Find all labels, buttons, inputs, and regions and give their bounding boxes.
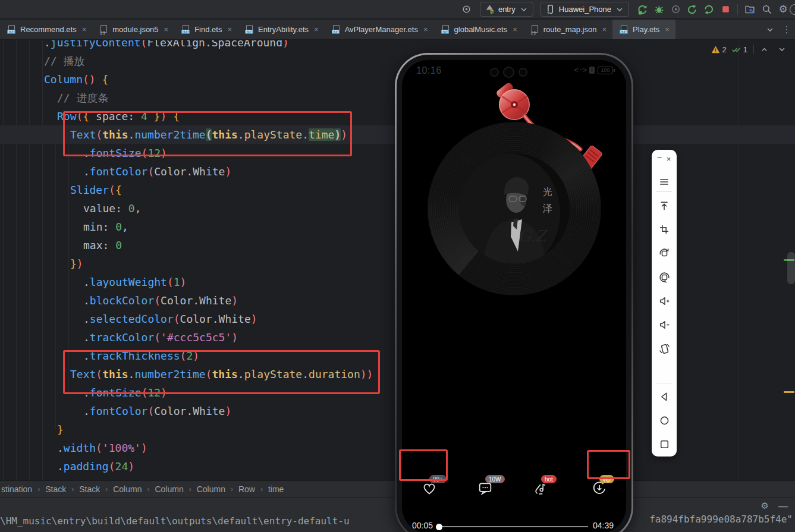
tab-close-icon[interactable]: × <box>227 25 232 34</box>
breadcrumb-item-time[interactable]: time <box>268 484 284 494</box>
emulator-close-icon[interactable]: × <box>667 155 671 163</box>
tab-Play.ets[interactable]: ETSPlay.ets× <box>612 20 675 39</box>
back-icon[interactable] <box>658 391 670 402</box>
stripe-mark-yellow[interactable] <box>784 391 794 393</box>
device-icon <box>545 4 555 14</box>
breadcrumb-item-Column[interactable]: Column <box>197 484 225 494</box>
ets-file-icon: ETS <box>7 25 16 34</box>
breadcrumb-item-Row[interactable]: Row <box>238 484 255 494</box>
comment-action-icon[interactable]: 10W <box>477 480 495 498</box>
progress-row: 00:05 04:39 <box>402 519 626 532</box>
warnings-indicator[interactable]: 2 <box>711 45 727 54</box>
editor-scrollbar[interactable] <box>787 252 795 284</box>
breadcrumb-item-Stack[interactable]: Stack <box>79 484 100 494</box>
toolbar-divider <box>656 383 672 383</box>
tab-Recommend.ets[interactable]: ETSRecommend.ets× <box>0 20 92 39</box>
tab-AvPlayerManager.ets[interactable]: ETSAvPlayerManager.ets× <box>325 20 434 39</box>
warnings-count: 2 <box>722 45 727 54</box>
heart-action-icon[interactable]: 99+ <box>421 480 439 498</box>
profile-button[interactable] <box>667 2 684 17</box>
ets-file-icon: ETS <box>620 25 629 34</box>
inspections-widget[interactable]: 2 1 <box>711 45 787 54</box>
tab-globalMusic.ets[interactable]: ETSglobalMusic.ets× <box>434 20 523 39</box>
tab-module.json5[interactable]: { }module.json5× <box>92 20 174 39</box>
checks-indicator[interactable]: 1 <box>731 45 747 54</box>
current-time-label: 00:05 <box>412 521 433 530</box>
chevron-down-icon <box>615 5 624 14</box>
next-problem-chevron-icon[interactable] <box>777 45 787 54</box>
panel-settings-gear-icon[interactable]: ⚙ <box>761 502 769 511</box>
breadcrumb-separator: › <box>189 485 191 493</box>
breadcrumb-separator: › <box>147 485 149 493</box>
settings-button[interactable]: ⚙ <box>775 2 791 17</box>
warning-icon <box>711 45 720 54</box>
home-icon[interactable] <box>658 414 670 426</box>
chevron-down-icon <box>519 5 529 14</box>
log-hash-text: fa894fbfa999e08a787b5f4e" <box>649 514 793 525</box>
prev-problem-chevron-icon[interactable] <box>760 45 769 54</box>
device-selector[interactable]: Huawei_Phone <box>541 2 629 17</box>
toolbar-divider <box>656 191 672 192</box>
ets-file-icon: ETS <box>181 25 190 34</box>
tab-close-icon[interactable]: × <box>164 25 169 34</box>
tab-route_map.json[interactable]: { }route_map.json× <box>523 20 612 39</box>
log-path-text: \HM_music\entry\build\default\outputs\de… <box>0 515 350 527</box>
emulator-side-toolbar: – × <box>652 150 677 457</box>
stop-button[interactable] <box>717 2 734 17</box>
download-action-icon[interactable]: vip <box>591 480 609 498</box>
annotation-rectangle <box>63 111 352 156</box>
upload-icon[interactable] <box>658 200 670 212</box>
volume-up-icon[interactable] <box>658 295 670 307</box>
volume-down-icon[interactable] <box>658 319 670 330</box>
breadcrumb-item-Column[interactable]: Column <box>155 484 183 494</box>
rotate-device-icon[interactable] <box>658 342 670 354</box>
tab-label: Find.ets <box>194 25 222 34</box>
progress-slider-thumb[interactable] <box>436 524 442 530</box>
progress-slider-track[interactable] <box>441 526 588 527</box>
tab-close-icon[interactable]: × <box>314 25 319 34</box>
tab-close-icon[interactable]: × <box>82 25 87 34</box>
crop-icon[interactable] <box>658 223 670 235</box>
code-line[interactable]: .justifyContent(FlexAlign.SpaceAround) <box>0 40 795 52</box>
tab-close-icon[interactable]: × <box>602 25 607 34</box>
search-button[interactable] <box>758 2 775 17</box>
tab-label: EntryAbility.ets <box>258 25 309 34</box>
panel-minimize-icon[interactable]: — <box>778 503 788 509</box>
breadcrumb-item-Stack[interactable]: Stack <box>45 484 66 494</box>
debug-button[interactable] <box>651 2 667 17</box>
camera-punch-hole <box>490 68 499 77</box>
editor-tab-bar: ETSRecommend.ets×{ }module.json5×ETSFind… <box>0 20 795 40</box>
annotation-rectangle <box>587 450 630 479</box>
tab-close-icon[interactable]: × <box>423 25 428 34</box>
tab-close-icon[interactable]: × <box>513 25 517 34</box>
tab-label: globalMusic.ets <box>454 25 508 34</box>
run-button[interactable] <box>634 2 651 17</box>
device-selector-label: Huawei_Phone <box>559 5 611 14</box>
breadcrumb-separator: › <box>37 485 40 493</box>
rotate-right-icon[interactable] <box>658 271 670 283</box>
target-icon[interactable] <box>458 2 475 17</box>
json-file-icon: { } <box>530 25 539 34</box>
hidden-tabs-chevron-icon[interactable] <box>762 22 778 37</box>
tab-Find.ets[interactable]: ETSFind.ets× <box>174 20 238 39</box>
rerun-button[interactable] <box>684 2 700 17</box>
debug-rerun-button[interactable] <box>700 2 717 17</box>
rotate-left-icon[interactable] <box>658 247 670 259</box>
breadcrumb-item-Column[interactable]: Column <box>113 484 142 494</box>
menu-icon[interactable] <box>658 176 670 188</box>
breadcrumb-item-stination[interactable]: stination <box>1 484 32 494</box>
tab-label: module.json5 <box>112 25 158 34</box>
module-selector[interactable]: entry <box>480 2 533 17</box>
album-monogram: G.Z <box>519 227 548 245</box>
code-line[interactable]: // 播放 <box>0 52 795 70</box>
tab-EntryAbility.ets[interactable]: ETSEntryAbility.ets× <box>238 20 325 39</box>
tab-close-icon[interactable]: × <box>665 25 670 34</box>
emulator-minimize-icon[interactable]: – <box>658 155 662 163</box>
share-action-icon[interactable]: hot <box>533 480 551 498</box>
project-button[interactable] <box>741 2 758 17</box>
breadcrumb-separator: › <box>260 485 263 493</box>
recents-icon[interactable] <box>658 438 670 450</box>
tab-options-kebab-icon[interactable]: ⋮ <box>778 22 795 37</box>
phone-clock: 10:16 <box>416 65 442 76</box>
album-char-top: 光 <box>543 186 552 197</box>
